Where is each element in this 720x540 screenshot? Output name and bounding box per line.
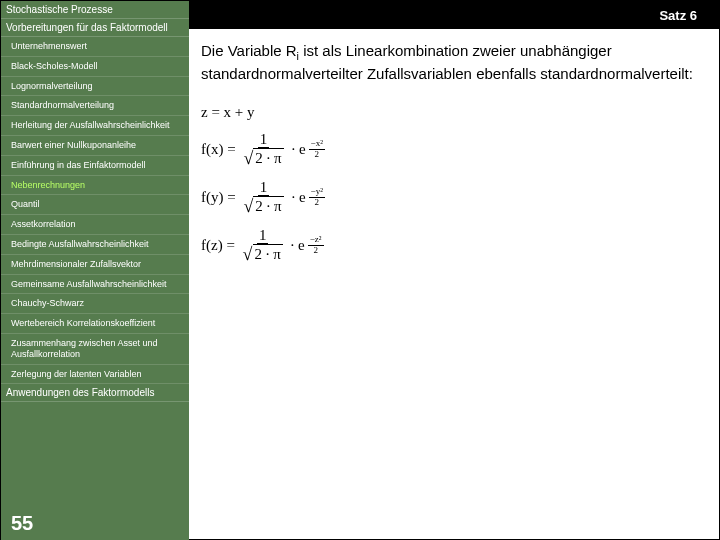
dot-e: · e <box>291 237 305 254</box>
theorem-text: Die Variable Ri ist als Linearkombinatio… <box>201 41 709 84</box>
exponent-x: −x² 2 <box>307 139 327 160</box>
dot-e: · e <box>291 189 305 206</box>
sqrt-icon: √ 2 · π <box>243 196 283 217</box>
sidebar: Stochastische Prozesse Vorbereitungen fü… <box>1 1 189 540</box>
eq-fy-lhs: f(y) = <box>201 189 236 206</box>
eq-fz: f(z) = 1 √ 2 · π · e −z² 2 <box>201 227 709 265</box>
two: 2 <box>312 150 321 160</box>
frac-den: √ 2 · π <box>241 196 285 217</box>
frac-num: 1 <box>258 179 270 197</box>
fraction-icon: 1 √ 2 · π <box>241 131 285 169</box>
sqrt-body: 2 · π <box>253 148 283 169</box>
sidebar-item-lognormal[interactable]: Lognormalverteilung <box>1 77 189 97</box>
radical-icon: √ <box>243 197 253 218</box>
slide: Stochastische Prozesse Vorbereitungen fü… <box>0 0 720 540</box>
eq-fx: f(x) = 1 √ 2 · π · e −x² 2 <box>201 131 709 169</box>
eq-line1: z = x + y <box>201 104 709 121</box>
y-squared: y² <box>316 186 323 196</box>
sidebar-items: Unternehmenswert Black-Scholes-Modell Lo… <box>1 37 189 384</box>
eq-fz-lhs: f(z) = <box>201 237 235 254</box>
exponent-z: −z² 2 <box>306 235 326 256</box>
sidebar-item-standardnormal[interactable]: Standardnormalverteilung <box>1 96 189 116</box>
frac-den: √ 2 · π <box>241 244 285 265</box>
fraction-icon: 1 √ 2 · π <box>241 227 285 265</box>
sidebar-item-wertebereich[interactable]: Wertebereich Korrelationskoeffizient <box>1 314 189 334</box>
sidebar-item-zerlegung[interactable]: Zerlegung der latenten Variablen <box>1 365 189 385</box>
sidebar-item-black-scholes[interactable]: Black-Scholes-Modell <box>1 57 189 77</box>
exponent-y: −y² 2 <box>307 187 327 208</box>
sidebar-item-mehrdim[interactable]: Mehrdimensionaler Zufallsvektor <box>1 255 189 275</box>
main-content: Die Variable Ri ist als Linearkombinatio… <box>201 41 709 275</box>
eq-fy: f(y) = 1 √ 2 · π · e −y² 2 <box>201 179 709 217</box>
sqrt-icon: √ 2 · π <box>243 244 283 265</box>
sidebar-item-chauchy[interactable]: Chauchy-Schwarz <box>1 294 189 314</box>
sidebar-item-nebenrechnungen[interactable]: Nebenrechnungen <box>1 176 189 196</box>
sidebar-item-bedingte[interactable]: Bedingte Ausfallwahrscheinlichkeit <box>1 235 189 255</box>
radical-icon: √ <box>243 245 253 266</box>
frac-den: √ 2 · π <box>241 148 285 169</box>
page-number: 55 <box>11 512 33 535</box>
two: 2 <box>312 198 321 208</box>
x-squared: x² <box>316 138 323 148</box>
fraction-icon: 1 √ 2 · π <box>241 179 285 217</box>
sidebar-item-zusammenhang[interactable]: Zusammenhang zwischen Asset und Ausfallk… <box>1 334 189 365</box>
frac-num: 1 <box>257 227 269 245</box>
sidebar-item-gemeinsame[interactable]: Gemeinsame Ausfallwahrscheinlichkeit <box>1 275 189 295</box>
z-squared: z² <box>315 234 322 244</box>
header-title: Satz 6 <box>659 8 697 23</box>
two: 2 <box>311 246 320 256</box>
sidebar-section-vorbereitungen[interactable]: Vorbereitungen für das Faktormodell <box>1 19 189 37</box>
sidebar-item-unternehmenswert[interactable]: Unternehmenswert <box>1 37 189 57</box>
sidebar-item-einfuehrung[interactable]: Einführung in das Einfaktormodell <box>1 156 189 176</box>
sidebar-section-anwendungen[interactable]: Anwendungen des Faktormodells <box>1 384 189 402</box>
eq-fx-lhs: f(x) = <box>201 141 236 158</box>
para-t1: Die Variable R <box>201 42 297 59</box>
sqrt-body: 2 · π <box>253 244 283 265</box>
header-bar: Satz 6 <box>189 1 720 29</box>
dot-e: · e <box>291 141 305 158</box>
sqrt-icon: √ 2 · π <box>243 148 283 169</box>
sidebar-section-stochastic[interactable]: Stochastische Prozesse <box>1 1 189 19</box>
sidebar-item-quantil[interactable]: Quantil <box>1 195 189 215</box>
sidebar-item-herleitung[interactable]: Herleitung der Ausfallwahrscheinlichkeit <box>1 116 189 136</box>
equation-block: z = x + y f(x) = 1 √ 2 · π · e −x² <box>201 104 709 265</box>
sidebar-item-barwert[interactable]: Barwert einer Nullkuponanleihe <box>1 136 189 156</box>
frac-num: 1 <box>258 131 270 149</box>
sqrt-body: 2 · π <box>253 196 283 217</box>
radical-icon: √ <box>243 149 253 170</box>
sidebar-item-assetkorrelation[interactable]: Assetkorrelation <box>1 215 189 235</box>
